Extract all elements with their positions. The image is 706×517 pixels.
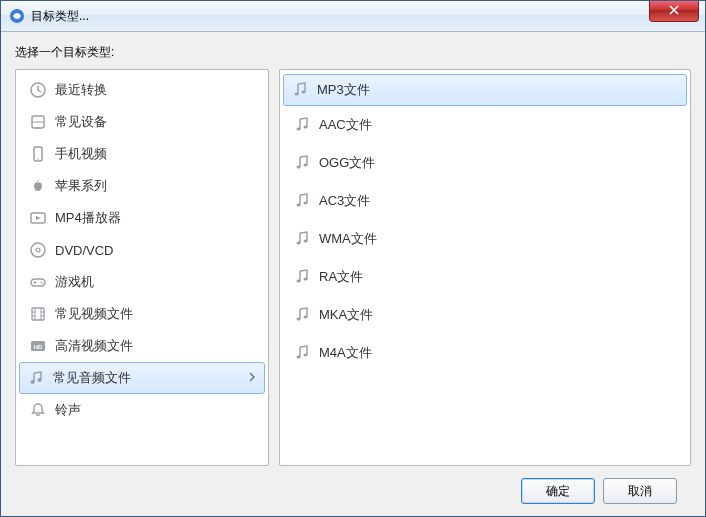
format-item[interactable]: WMA文件 [283,220,687,258]
close-icon [669,4,679,18]
ok-button[interactable]: 确定 [521,478,595,504]
cancel-button[interactable]: 取消 [603,478,677,504]
category-item[interactable]: 常见视频文件 [19,298,265,330]
format-item[interactable]: OGG文件 [283,144,687,182]
note-icon [293,306,311,324]
title-bar[interactable]: 目标类型... [1,1,705,32]
category-item[interactable]: HD高清视频文件 [19,330,265,362]
dialog-window: 目标类型... 选择一个目标类型: 最近转换常见设备手机视频苹果系列MP4播放器… [0,0,706,517]
format-item[interactable]: MKA文件 [283,296,687,334]
dialog-body: 选择一个目标类型: 最近转换常见设备手机视频苹果系列MP4播放器DVD/VCD游… [1,32,705,516]
category-label: DVD/VCD [55,243,114,258]
note-icon [293,116,311,134]
category-item[interactable]: 苹果系列 [19,170,265,202]
category-list[interactable]: 最近转换常见设备手机视频苹果系列MP4播放器DVD/VCD游戏机常见视频文件HD… [15,69,269,466]
phone-icon [29,145,47,163]
format-item[interactable]: M4A文件 [283,334,687,372]
dialog-footer: 确定 取消 [15,466,691,516]
svg-text:HD: HD [34,344,43,350]
app-icon [9,8,25,24]
music-icon [27,369,45,387]
hd-icon: HD [29,337,47,355]
apple-icon [29,177,47,195]
category-item[interactable]: 手机视频 [19,138,265,170]
note-icon [293,154,311,172]
format-label: WMA文件 [319,230,377,248]
film-icon [29,305,47,323]
svg-point-19 [304,126,308,129]
clock-icon [29,81,47,99]
svg-point-7 [36,248,40,252]
bell-icon [29,401,47,419]
svg-point-10 [42,283,44,285]
format-label: MKA文件 [319,306,373,324]
svg-point-6 [31,243,45,257]
format-label: OGG文件 [319,154,375,172]
svg-point-29 [304,316,308,319]
category-label: 游戏机 [55,273,94,291]
svg-point-4 [37,158,39,160]
svg-point-25 [304,240,308,243]
chevron-right-icon [248,371,256,385]
category-label: 常见视频文件 [55,305,133,323]
category-label: 苹果系列 [55,177,107,195]
gamepad-icon [29,273,47,291]
svg-rect-11 [32,308,44,320]
svg-point-9 [40,281,42,283]
svg-point-23 [304,202,308,205]
format-label: AAC文件 [319,116,372,134]
format-item[interactable]: MP3文件 [283,74,687,106]
category-item[interactable]: MP4播放器 [19,202,265,234]
disc-icon [29,241,47,259]
format-label: MP3文件 [317,81,370,99]
svg-rect-8 [31,279,45,286]
category-label: 铃声 [55,401,81,419]
svg-point-31 [304,354,308,357]
category-label: 手机视频 [55,145,107,163]
close-button[interactable] [649,1,699,22]
svg-point-27 [304,278,308,281]
category-item[interactable]: DVD/VCD [19,234,265,266]
device-icon [29,113,47,131]
note-icon [293,230,311,248]
category-label: 高清视频文件 [55,337,133,355]
category-label: 常见设备 [55,113,107,131]
svg-point-21 [304,164,308,167]
note-icon [293,268,311,286]
format-label: M4A文件 [319,344,372,362]
format-item[interactable]: AC3文件 [283,182,687,220]
category-item[interactable]: 常见设备 [19,106,265,138]
svg-point-15 [38,378,42,382]
mp4-icon [29,209,47,227]
format-label: AC3文件 [319,192,370,210]
category-label: 最近转换 [55,81,107,99]
svg-point-17 [302,91,306,94]
format-item[interactable]: RA文件 [283,258,687,296]
note-icon [291,81,309,99]
window-title: 目标类型... [31,8,89,25]
panes: 最近转换常见设备手机视频苹果系列MP4播放器DVD/VCD游戏机常见视频文件HD… [15,69,691,466]
category-label: 常见音频文件 [53,369,131,387]
category-item[interactable]: 常见音频文件 [19,362,265,394]
format-item[interactable]: AAC文件 [283,106,687,144]
note-icon [293,344,311,362]
format-label: RA文件 [319,268,363,286]
category-item[interactable]: 最近转换 [19,74,265,106]
note-icon [293,192,311,210]
category-item[interactable]: 游戏机 [19,266,265,298]
category-item[interactable]: 铃声 [19,394,265,426]
prompt-label: 选择一个目标类型: [15,44,691,61]
format-list[interactable]: MP3文件AAC文件OGG文件AC3文件WMA文件RA文件MKA文件M4A文件 [279,69,691,466]
category-label: MP4播放器 [55,209,121,227]
